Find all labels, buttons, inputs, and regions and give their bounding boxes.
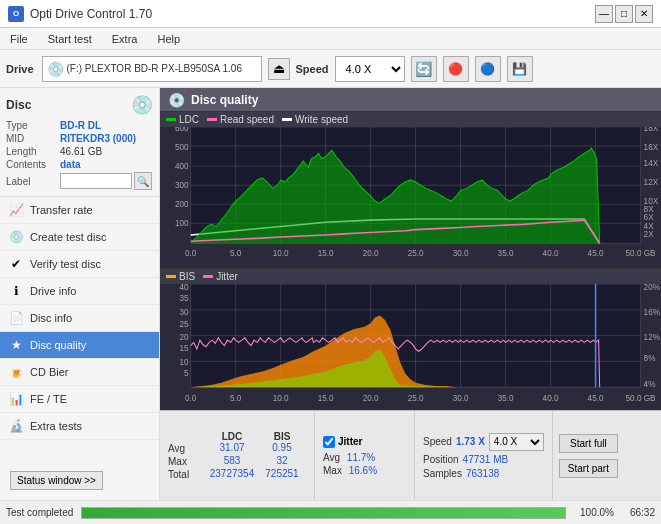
menu-bar: File Start test Extra Help bbox=[0, 28, 661, 50]
progress-pct: 100.0% bbox=[574, 507, 614, 518]
title-bar-left: O Opti Drive Control 1.70 bbox=[8, 6, 152, 22]
status-window-button[interactable]: Status window >> bbox=[10, 471, 103, 490]
jitter-avg-val: 11.7% bbox=[347, 452, 375, 463]
sidebar-label-disc-info: Disc info bbox=[30, 312, 72, 324]
svg-text:0.0: 0.0 bbox=[185, 248, 197, 258]
disc-label-input[interactable] bbox=[60, 173, 132, 189]
speed-row: Speed 1.73 X 4.0 X bbox=[423, 433, 544, 451]
menu-extra[interactable]: Extra bbox=[106, 31, 144, 47]
app-title: Opti Drive Control 1.70 bbox=[30, 7, 152, 21]
drive-select-text: (F:) PLEXTOR BD-R PX-LB950SA 1.06 bbox=[67, 63, 242, 74]
app-icon: O bbox=[8, 6, 24, 22]
start-full-button[interactable]: Start full bbox=[559, 434, 618, 453]
svg-text:10.0: 10.0 bbox=[273, 248, 289, 258]
save-button[interactable]: 💾 bbox=[507, 56, 533, 82]
svg-text:0.0: 0.0 bbox=[185, 392, 197, 402]
sidebar-label-create-test-disc: Create test disc bbox=[30, 231, 106, 243]
svg-text:600: 600 bbox=[175, 127, 189, 133]
sidebar-item-extra-tests[interactable]: 🔬 Extra tests bbox=[0, 413, 159, 440]
maximize-button[interactable]: □ bbox=[615, 5, 633, 23]
jitter-max-row: Max 16.6% bbox=[323, 465, 406, 476]
svg-text:30.0: 30.0 bbox=[453, 248, 469, 258]
sidebar-item-transfer-rate[interactable]: 📈 Transfer rate bbox=[0, 197, 159, 224]
disc-type-value: BD-R DL bbox=[60, 120, 101, 131]
sidebar-item-disc-info[interactable]: 📄 Disc info bbox=[0, 305, 159, 332]
refresh-button[interactable]: 🔄 bbox=[411, 56, 437, 82]
svg-text:8%: 8% bbox=[644, 353, 656, 363]
svg-text:35.0: 35.0 bbox=[498, 392, 514, 402]
disc-header: Disc 💿 bbox=[6, 94, 153, 116]
sidebar-label-fe-te: FE / TE bbox=[30, 393, 67, 405]
close-button[interactable]: ✕ bbox=[635, 5, 653, 23]
minimize-button[interactable]: — bbox=[595, 5, 613, 23]
svg-text:35: 35 bbox=[180, 292, 189, 302]
sidebar-label-verify-test-disc: Verify test disc bbox=[30, 258, 101, 270]
legend-jitter-dot bbox=[203, 275, 213, 278]
svg-text:500: 500 bbox=[175, 142, 189, 152]
content-header: 💿 Disc quality bbox=[160, 88, 661, 112]
config1-button[interactable]: 🔴 bbox=[443, 56, 469, 82]
speed-val: 1.73 X bbox=[456, 436, 485, 447]
jitter-max-label: Max bbox=[323, 465, 342, 476]
disc-type-label: Type bbox=[6, 120, 60, 131]
legend-read-speed-label: Read speed bbox=[220, 114, 274, 125]
stats-row: LDC BIS Avg 31.07 0.95 Max 583 32 Total … bbox=[160, 410, 661, 500]
legend-bis-label: BIS bbox=[179, 271, 195, 282]
title-bar-controls: — □ ✕ bbox=[595, 5, 653, 23]
jitter-checkbox-row: Jitter bbox=[323, 436, 406, 448]
samples-row: Samples 763138 bbox=[423, 468, 544, 479]
svg-text:25.0: 25.0 bbox=[408, 392, 424, 402]
jitter-checkbox[interactable] bbox=[323, 436, 335, 448]
status-btn-wrapper: Status window >> bbox=[0, 461, 159, 500]
stats-total-bis: 725251 bbox=[258, 468, 306, 481]
config2-button[interactable]: 🔵 bbox=[475, 56, 501, 82]
menu-help[interactable]: Help bbox=[151, 31, 186, 47]
menu-file[interactable]: File bbox=[4, 31, 34, 47]
svg-text:15: 15 bbox=[180, 343, 189, 353]
content-header-icon: 💿 bbox=[168, 92, 185, 108]
svg-text:35.0: 35.0 bbox=[498, 248, 514, 258]
svg-text:5.0: 5.0 bbox=[230, 248, 242, 258]
sidebar-item-drive-info[interactable]: ℹ Drive info bbox=[0, 278, 159, 305]
sidebar-item-create-test-disc[interactable]: 💿 Create test disc bbox=[0, 224, 159, 251]
disc-contents-label: Contents bbox=[6, 159, 60, 170]
disc-type-row: Type BD-R DL bbox=[6, 120, 153, 131]
speed-label: Speed bbox=[423, 436, 452, 447]
disc-label-label: Label bbox=[6, 176, 60, 187]
jitter-avg-row: Avg 11.7% bbox=[323, 452, 406, 463]
svg-text:45.0: 45.0 bbox=[588, 392, 604, 402]
legend-jitter-label: Jitter bbox=[216, 271, 238, 282]
position-val: 47731 MB bbox=[463, 454, 509, 465]
stats-ldc-header: LDC bbox=[206, 431, 258, 442]
svg-text:25: 25 bbox=[180, 318, 189, 328]
sidebar-item-verify-test-disc[interactable]: ✔ Verify test disc bbox=[0, 251, 159, 278]
sidebar-item-disc-quality[interactable]: ★ Disc quality bbox=[0, 332, 159, 359]
svg-text:20: 20 bbox=[180, 331, 189, 341]
legend-write-speed: Write speed bbox=[282, 114, 348, 125]
svg-text:12X: 12X bbox=[644, 177, 659, 187]
chart2-svg: 40 35 30 25 20 15 10 5 20% 16% 12% 8% 4% bbox=[160, 284, 661, 407]
extra-tests-icon: 🔬 bbox=[8, 418, 24, 434]
svg-text:300: 300 bbox=[175, 180, 189, 190]
drive-select[interactable]: 💿 (F:) PLEXTOR BD-R PX-LB950SA 1.06 bbox=[42, 56, 262, 82]
svg-text:40: 40 bbox=[180, 284, 189, 292]
sidebar-label-cd-bier: CD Bier bbox=[30, 366, 69, 378]
disc-label-btn[interactable]: 🔍 bbox=[134, 172, 152, 190]
disc-quality-icon: ★ bbox=[8, 337, 24, 353]
chart2-legend: BIS Jitter bbox=[160, 269, 661, 284]
legend-bis-dot bbox=[166, 275, 176, 278]
svg-text:16X: 16X bbox=[644, 142, 659, 152]
speed-dropdown[interactable]: 4.0 X bbox=[489, 433, 544, 451]
speed-select[interactable]: 4.0 X 2.0 X 8.0 X bbox=[335, 56, 405, 82]
sidebar-item-cd-bier[interactable]: 🍺 CD Bier bbox=[0, 359, 159, 386]
jitter-label: Jitter bbox=[338, 436, 362, 447]
eject-button[interactable]: ⏏ bbox=[268, 58, 290, 80]
svg-text:10.0: 10.0 bbox=[273, 392, 289, 402]
svg-text:100: 100 bbox=[175, 218, 189, 228]
sidebar-item-fe-te[interactable]: 📊 FE / TE bbox=[0, 386, 159, 413]
disc-length-value: 46.61 GB bbox=[60, 146, 102, 157]
disc-info-panel: Disc 💿 Type BD-R DL MID RITEKDR3 (000) L… bbox=[0, 88, 159, 197]
svg-text:20%: 20% bbox=[644, 284, 661, 292]
menu-start-test[interactable]: Start test bbox=[42, 31, 98, 47]
start-part-button[interactable]: Start part bbox=[559, 459, 618, 478]
